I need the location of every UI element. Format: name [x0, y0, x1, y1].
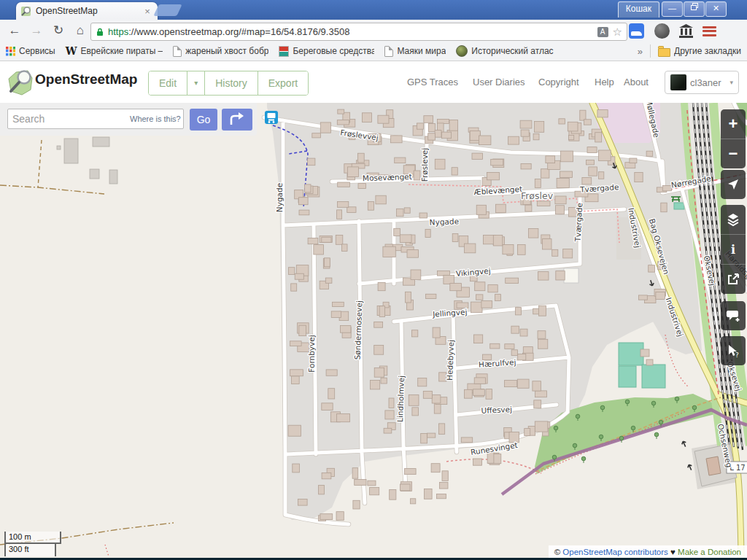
directions-icon: [228, 112, 246, 126]
translate-icon[interactable]: A: [597, 27, 608, 37]
bookmark-item[interactable]: Береговые средства: [279, 46, 374, 57]
info-icon: i: [731, 243, 735, 257]
export-button[interactable]: Export: [258, 71, 308, 95]
bookmark-apps[interactable]: Сервисы: [6, 46, 55, 56]
restore-icon: [690, 2, 699, 11]
scale-imperial: 300 ft: [4, 544, 56, 556]
page-icon: [173, 46, 182, 57]
share-icon: [726, 272, 740, 287]
osm-favicon: [20, 6, 31, 17]
street-label: Lindholmvej: [395, 376, 406, 422]
profile-button[interactable]: Кошак: [618, 1, 659, 18]
street-label: Fornbyvej: [307, 335, 316, 372]
share-button[interactable]: [721, 264, 746, 294]
zoom-in-button[interactable]: +: [721, 109, 746, 139]
minus-icon: −: [729, 144, 738, 163]
bookmark-item[interactable]: WЕврейские пираты –: [66, 46, 163, 56]
go-button[interactable]: Go: [190, 109, 217, 131]
lock-icon: [96, 27, 104, 37]
street-label: Frøslev: [521, 190, 554, 201]
add-note-button[interactable]: [721, 301, 746, 330]
street-label: Nygade: [275, 183, 284, 212]
new-tab-button[interactable]: [153, 4, 182, 16]
attribution-bar: © OpenStreetMap contributors ♥ Make a Do…: [549, 545, 747, 559]
restore-button[interactable]: [684, 1, 705, 17]
map-action-buttons: Edit ▾ History Export: [148, 71, 309, 96]
nav-about[interactable]: About: [624, 77, 649, 88]
street-label: Frøslevej: [420, 148, 429, 182]
nav-copyright[interactable]: Copyright: [538, 77, 579, 88]
locate-button[interactable]: [721, 170, 746, 199]
address-bar[interactable]: https ://www.openstreetmap.org/#map=16/5…: [90, 23, 627, 41]
username: cl3aner: [690, 77, 726, 88]
tab-title: OpenStreetMap: [36, 6, 142, 16]
copyright-symbol: ©: [554, 548, 560, 556]
bookmarks-bar: Сервисы WЕврейские пираты – жареный хвос…: [0, 42, 747, 61]
heart-icon: ♥: [670, 548, 676, 556]
globe-green-icon: [456, 45, 468, 57]
bookmark-item[interactable]: жареный хвост бобр: [173, 46, 268, 57]
where-is-this-link[interactable]: Where is this?: [130, 114, 181, 123]
archive-building-icon[interactable]: [678, 23, 694, 39]
svg-text:?: ?: [735, 351, 739, 358]
extension-blue-icon[interactable]: [629, 23, 644, 39]
scale-metric: 100 m: [4, 532, 61, 544]
street-label: Uffesvej: [481, 405, 512, 415]
browser-window: OpenStreetMap × Кошак — ✕ ← → ↻ ⌂ https …: [0, 0, 747, 560]
note-bubble-icon: [726, 308, 741, 323]
locate-arrow-icon: [726, 177, 740, 192]
edit-caret-icon[interactable]: ▾: [187, 71, 204, 95]
url-scheme: https: [108, 26, 128, 37]
bookmark-star-icon[interactable]: ☆: [613, 26, 622, 39]
nav-help[interactable]: Help: [595, 77, 614, 88]
minimize-button[interactable]: —: [662, 1, 683, 17]
zoom-out-button[interactable]: −: [721, 139, 746, 168]
layers-button[interactable]: [721, 205, 746, 234]
plus-icon: +: [729, 114, 738, 133]
locate-control: [721, 170, 746, 199]
bus-stop-icon: [265, 111, 278, 124]
layers-icon: [726, 212, 740, 227]
home-icon[interactable]: ⌂: [71, 22, 89, 39]
map-tool-controls: i: [721, 205, 746, 294]
query-control: ?: [721, 336, 746, 365]
brand-title[interactable]: OpenStreetMap: [35, 71, 137, 88]
map-canvas[interactable]: L 17 FrøslevvejNygadeMosevængetFrøslevej…: [0, 103, 747, 560]
reload-icon[interactable]: ↻: [50, 22, 67, 39]
osm-logo[interactable]: [6, 68, 34, 97]
bookmark-item[interactable]: Исторический атлас: [456, 45, 553, 57]
street-label: Mosevænget: [363, 172, 412, 182]
ab-grid-icon: [279, 46, 289, 57]
folder-icon: [658, 48, 670, 57]
back-icon[interactable]: ←: [6, 22, 23, 39]
bookmark-item[interactable]: Маяки мира: [384, 46, 446, 57]
contributors-link[interactable]: OpenStreetMap contributors: [562, 548, 667, 556]
zoom-controls: + −: [721, 109, 746, 168]
query-features-button[interactable]: ?: [721, 336, 746, 365]
query-cursor-icon: ?: [726, 343, 740, 358]
bookmarks-overflow-icon[interactable]: »: [638, 46, 643, 57]
donate-link[interactable]: Make a Donation: [678, 548, 741, 556]
tab-strip: OpenStreetMap × Кошак — ✕: [0, 0, 747, 20]
tab-close-icon[interactable]: ×: [142, 6, 153, 17]
nav-gps-traces[interactable]: GPS Traces: [407, 77, 458, 88]
menu-icon[interactable]: [703, 24, 716, 38]
divider: [650, 44, 651, 58]
other-bookmarks-folder[interactable]: Другие закладки: [658, 46, 741, 57]
street-label: Nygade: [430, 217, 460, 226]
edit-button[interactable]: Edit: [149, 71, 187, 95]
close-button[interactable]: ✕: [705, 1, 727, 17]
nav-user-diaries[interactable]: User Diaries: [473, 77, 525, 88]
street-label: Hedebyvej: [445, 340, 455, 381]
wikipedia-icon: W: [66, 46, 77, 56]
apps-grid-icon: [6, 47, 15, 56]
history-button[interactable]: History: [204, 71, 258, 95]
tab-openstreetmap[interactable]: OpenStreetMap ×: [16, 2, 158, 20]
extension-sphere-icon[interactable]: [654, 23, 670, 39]
forward-icon[interactable]: →: [28, 22, 45, 39]
info-button[interactable]: i: [721, 234, 746, 264]
directions-button[interactable]: [222, 109, 252, 131]
user-menu-button[interactable]: cl3aner ▾: [665, 71, 739, 94]
user-caret-icon: ▾: [729, 79, 733, 86]
note-control: [721, 301, 746, 330]
